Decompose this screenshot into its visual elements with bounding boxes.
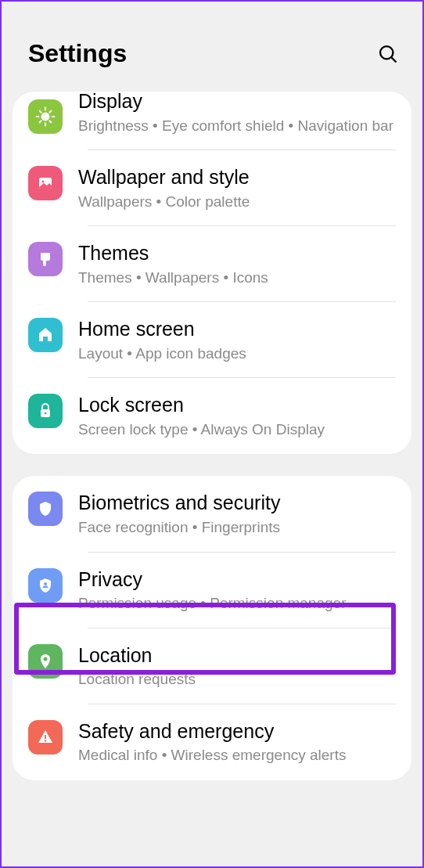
settings-section-2: Biometrics and security Face recognition… bbox=[13, 476, 411, 780]
settings-item-wallpaper[interactable]: Wallpaper and style Wallpapers • Color p… bbox=[13, 150, 411, 226]
svg-line-9 bbox=[40, 121, 41, 122]
item-title: Themes bbox=[78, 240, 396, 266]
search-button[interactable] bbox=[377, 43, 399, 65]
settings-item-themes[interactable]: Themes Themes • Wallpapers • Icons bbox=[13, 226, 411, 302]
svg-line-10 bbox=[49, 111, 51, 113]
item-text: Safety and emergency Medical info • Wire… bbox=[78, 719, 396, 766]
svg-line-1 bbox=[391, 57, 396, 62]
item-text: Home screen Layout • App icon badges bbox=[78, 316, 396, 364]
item-title: Home screen bbox=[78, 316, 396, 342]
svg-line-7 bbox=[40, 111, 41, 113]
item-subtitle: Themes • Wallpapers • Icons bbox=[78, 268, 396, 289]
settings-item-display[interactable]: Display Brightness • Eye comfort shield … bbox=[13, 92, 411, 150]
settings-item-homescreen[interactable]: Home screen Layout • App icon badges bbox=[13, 302, 411, 378]
alert-icon bbox=[28, 720, 63, 755]
shield-icon bbox=[28, 492, 63, 526]
settings-header: Settings bbox=[2, 2, 422, 92]
item-subtitle: Brightness • Eye comfort shield • Naviga… bbox=[78, 116, 396, 137]
item-text: Lock screen Screen lock type • Always On… bbox=[78, 392, 396, 440]
settings-item-lockscreen[interactable]: Lock screen Screen lock type • Always On… bbox=[13, 378, 411, 454]
settings-item-safety[interactable]: Safety and emergency Medical info • Wire… bbox=[13, 704, 411, 780]
item-text: Privacy Permission usage • Permission ma… bbox=[78, 567, 396, 614]
svg-point-0 bbox=[380, 46, 393, 59]
shield-person-icon bbox=[28, 568, 63, 603]
item-subtitle: Medical info • Wireless emergency alerts bbox=[78, 745, 396, 766]
svg-rect-17 bbox=[45, 735, 46, 739]
item-subtitle: Face recognition • Fingerprints bbox=[78, 517, 396, 538]
item-title: Biometrics and security bbox=[78, 490, 396, 516]
svg-point-2 bbox=[41, 113, 50, 121]
picture-icon bbox=[28, 166, 63, 200]
home-icon bbox=[28, 318, 63, 352]
item-title: Privacy bbox=[78, 567, 396, 592]
svg-point-14 bbox=[45, 412, 47, 415]
item-title: Display bbox=[78, 92, 396, 114]
svg-line-8 bbox=[49, 121, 51, 122]
search-icon bbox=[377, 43, 399, 65]
item-subtitle: Wallpapers • Color palette bbox=[78, 192, 396, 213]
item-text: Wallpaper and style Wallpapers • Color p… bbox=[78, 164, 396, 212]
pin-icon bbox=[28, 644, 63, 679]
svg-point-18 bbox=[45, 740, 46, 741]
brush-icon bbox=[28, 242, 63, 276]
item-subtitle: Location requests bbox=[78, 669, 396, 690]
svg-point-12 bbox=[42, 181, 45, 183]
svg-point-15 bbox=[44, 582, 47, 585]
settings-item-location[interactable]: Location Location requests bbox=[13, 628, 411, 704]
settings-section-1: Display Brightness • Eye comfort shield … bbox=[13, 92, 411, 454]
item-title: Location bbox=[78, 643, 396, 668]
item-subtitle: Permission usage • Permission manager bbox=[78, 593, 396, 614]
item-title: Wallpaper and style bbox=[78, 164, 396, 190]
item-text: Display Brightness • Eye comfort shield … bbox=[78, 98, 396, 136]
settings-item-privacy[interactable]: Privacy Permission usage • Permission ma… bbox=[13, 553, 411, 628]
item-text: Location Location requests bbox=[78, 643, 396, 690]
item-subtitle: Layout • App icon badges bbox=[78, 344, 396, 365]
page-title: Settings bbox=[28, 39, 127, 68]
settings-item-biometrics[interactable]: Biometrics and security Face recognition… bbox=[13, 476, 411, 552]
item-subtitle: Screen lock type • Always On Display bbox=[78, 420, 396, 441]
item-text: Themes Themes • Wallpapers • Icons bbox=[78, 240, 396, 288]
svg-point-16 bbox=[44, 657, 48, 661]
lock-icon bbox=[28, 394, 63, 428]
sun-icon bbox=[28, 99, 63, 134]
item-title: Lock screen bbox=[78, 392, 396, 418]
item-text: Biometrics and security Face recognition… bbox=[78, 490, 396, 538]
item-title: Safety and emergency bbox=[78, 719, 396, 744]
